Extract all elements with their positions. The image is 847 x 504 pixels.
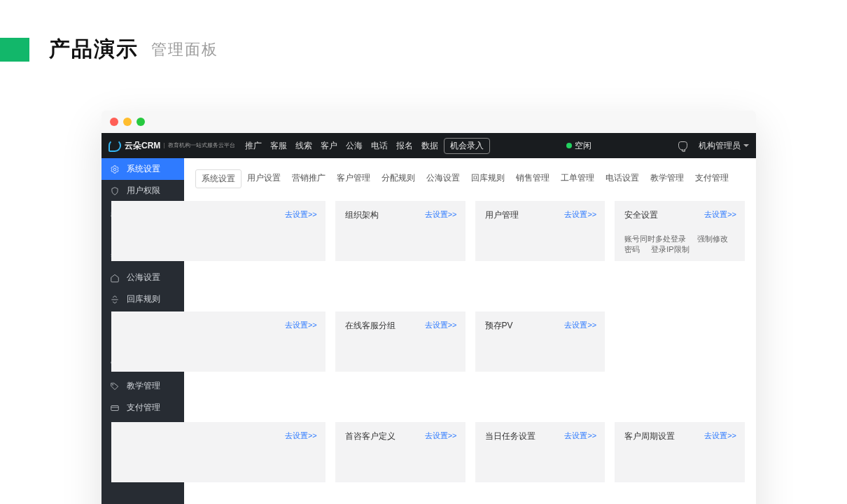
chevron-down-icon: [743, 144, 749, 147]
sidebar-item-5[interactable]: 公海设置: [102, 267, 184, 288]
tag-icon: [110, 382, 120, 391]
sidebar-item-label: 公海设置: [127, 272, 160, 284]
card: 预存PV去设置>>: [475, 312, 606, 372]
tab-7[interactable]: 销售管理: [510, 169, 555, 188]
card: 在线客服分组去设置>>: [335, 312, 465, 372]
card-subitems: 账号同时多处登录强制修改密码登录IP限制: [624, 234, 735, 255]
bell-icon[interactable]: [678, 141, 687, 150]
cloud-icon: [108, 139, 121, 152]
card: 当日任务设置去设置>>: [475, 422, 606, 482]
accent-bar: [0, 38, 29, 62]
card: 去设置>>: [111, 422, 326, 482]
sidebar-item-label: 回库规则: [127, 293, 160, 305]
tab-9[interactable]: 电话设置: [600, 169, 645, 188]
card: 安全设置去设置>>账号同时多处登录强制修改密码登录IP限制: [615, 201, 745, 261]
card: 去设置>>: [111, 312, 326, 372]
user-menu[interactable]: 机构管理员: [699, 140, 749, 152]
go-settings-link[interactable]: 去设置>>: [704, 209, 736, 220]
home-icon: [110, 273, 120, 283]
status-indicator-icon: [566, 143, 572, 148]
card: 去设置>>: [111, 201, 326, 261]
tab-6[interactable]: 回库规则: [465, 169, 510, 188]
topnav-item-3[interactable]: 客户: [321, 140, 337, 152]
opportunity-entry-button[interactable]: 机会录入: [444, 138, 490, 154]
window-titlebar: [102, 111, 756, 133]
tab-1[interactable]: 用户设置: [241, 169, 286, 188]
tabs-bar: 系统设置用户设置营销推广客户管理分配规则公海设置回库规则销售管理工单管理电话设置…: [184, 158, 756, 194]
app-window: 云朵CRM 教育机构一站式服务云平台 推广客服线索客户公海电话报名数据 机会录入…: [102, 111, 756, 504]
top-nav: 推广客服线索客户公海电话报名数据: [245, 140, 438, 152]
tab-5[interactable]: 公海设置: [421, 169, 465, 188]
sidebar-item-11[interactable]: 支付管理: [102, 397, 184, 419]
recycle-icon: [110, 295, 120, 304]
sidebar-item-label: 教学管理: [127, 380, 160, 392]
topnav-item-5[interactable]: 电话: [371, 140, 388, 152]
card-row-0: 去设置>>组织架构去设置>>用户管理去设置>>安全设置去设置>>账号同时多处登录…: [184, 194, 756, 261]
go-settings-link[interactable]: 去设置>>: [425, 430, 457, 441]
tab-0[interactable]: 系统设置: [195, 169, 241, 188]
tab-8[interactable]: 工单管理: [555, 169, 600, 188]
card-row-2: 去设置>>首咨客户定义去设置>>当日任务设置去设置>>客户周期设置去设置>>: [184, 415, 756, 482]
svg-rect-5: [111, 405, 119, 410]
topnav-item-4[interactable]: 公海: [346, 140, 363, 152]
tab-4[interactable]: 分配规则: [376, 169, 421, 188]
tab-3[interactable]: 客户管理: [331, 169, 376, 188]
brand-name: 云朵CRM: [125, 140, 160, 152]
tab-2[interactable]: 营销推广: [286, 169, 331, 188]
content-area: 系统设置用户设置营销推广客户管理分配规则公海设置回库规则销售管理工单管理电话设置…: [184, 158, 756, 504]
sidebar-item-6[interactable]: 回库规则: [102, 288, 184, 310]
svg-point-4: [113, 384, 113, 385]
go-settings-link[interactable]: 去设置>>: [425, 209, 457, 220]
sidebar-item-label: 用户权限: [127, 185, 160, 197]
app-topbar: 云朵CRM 教育机构一站式服务云平台 推广客服线索客户公海电话报名数据 机会录入…: [102, 133, 756, 158]
go-settings-link[interactable]: 去设置>>: [564, 209, 596, 220]
go-settings-link[interactable]: 去设置>>: [285, 430, 317, 441]
sidebar-item-label: 支付管理: [127, 402, 160, 414]
topnav-item-0[interactable]: 推广: [245, 140, 262, 152]
topnav-item-2[interactable]: 线索: [295, 140, 312, 152]
user-label: 机构管理员: [699, 140, 741, 152]
go-settings-link[interactable]: 去设置>>: [704, 430, 736, 441]
go-settings-link[interactable]: 去设置>>: [285, 209, 317, 220]
page-subtitle: 管理面板: [151, 39, 218, 60]
card: 用户管理去设置>>: [475, 201, 606, 261]
card-icon: [110, 403, 120, 413]
shield-icon: [110, 186, 120, 196]
topnav-item-7[interactable]: 数据: [421, 140, 438, 152]
go-settings-link[interactable]: 去设置>>: [564, 430, 596, 441]
page-title: 产品演示: [49, 35, 139, 64]
settings-icon: [110, 164, 120, 174]
card: 客户周期设置去设置>>: [615, 422, 745, 482]
sidebar-item-label: 系统设置: [127, 163, 160, 175]
svg-point-0: [113, 168, 116, 171]
sidebar-item-1[interactable]: 用户权限: [102, 180, 184, 202]
maximize-icon[interactable]: [136, 118, 145, 126]
minimize-icon[interactable]: [123, 118, 132, 126]
close-icon[interactable]: [110, 118, 118, 126]
topnav-item-6[interactable]: 报名: [396, 140, 413, 152]
card: 组织架构去设置>>: [335, 201, 465, 261]
sidebar-item-10[interactable]: 教学管理: [102, 375, 184, 397]
topnav-item-1[interactable]: 客服: [270, 140, 287, 152]
status-text: 空闲: [575, 140, 592, 152]
card-row-1: 去设置>>在线客服分组去设置>>预存PV去设置>>: [184, 304, 756, 372]
go-settings-link[interactable]: 去设置>>: [564, 320, 596, 330]
go-settings-link[interactable]: 去设置>>: [285, 320, 317, 330]
sidebar-item-0[interactable]: 系统设置: [102, 158, 184, 180]
go-settings-link[interactable]: 去设置>>: [425, 320, 457, 330]
tab-10[interactable]: 教学管理: [645, 169, 690, 188]
card: 首咨客户定义去设置>>: [335, 422, 465, 482]
tab-11[interactable]: 支付管理: [690, 169, 734, 188]
brand-tagline: 教育机构一站式服务云平台: [164, 143, 235, 148]
brand-logo[interactable]: 云朵CRM 教育机构一站式服务云平台: [108, 139, 235, 152]
